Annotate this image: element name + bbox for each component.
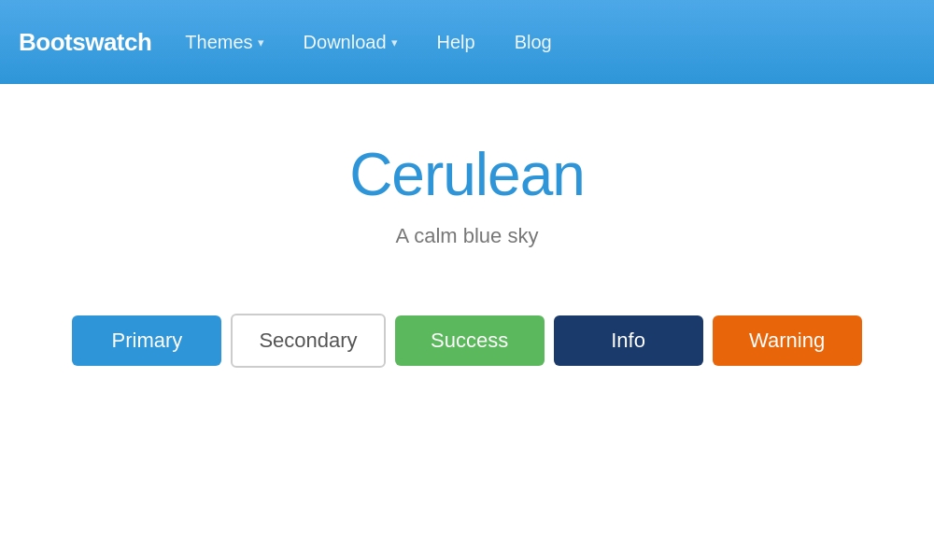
theme-subtitle: A calm blue sky xyxy=(396,224,539,248)
btn-warning[interactable]: Warning xyxy=(713,315,862,366)
btn-primary[interactable]: Primary xyxy=(72,315,221,366)
nav-brand[interactable]: Bootswatch xyxy=(19,28,151,57)
navbar: Bootswatch Themes ▾ Download ▾ Help Blog xyxy=(0,0,934,84)
btn-info[interactable]: Info xyxy=(554,315,703,366)
themes-caret-icon: ▾ xyxy=(258,35,264,49)
btn-success[interactable]: Success xyxy=(395,315,545,366)
nav-themes-label: Themes xyxy=(185,32,252,53)
download-caret-icon: ▾ xyxy=(391,35,398,49)
theme-title: Cerulean xyxy=(349,140,585,209)
nav-item-help[interactable]: Help xyxy=(422,24,490,61)
main-content: Cerulean A calm blue sky Primary Seconda… xyxy=(0,84,934,405)
nav-download-label: Download xyxy=(304,32,387,53)
btn-secondary[interactable]: Secondary xyxy=(231,314,385,368)
nav-item-blog[interactable]: Blog xyxy=(500,24,567,61)
nav-blog-label: Blog xyxy=(515,32,552,53)
nav-help-label: Help xyxy=(437,32,475,53)
buttons-row: Primary Secondary Success Info Warning xyxy=(72,314,861,368)
nav-item-themes[interactable]: Themes ▾ xyxy=(170,24,278,61)
nav-item-download[interactable]: Download ▾ xyxy=(289,24,413,61)
